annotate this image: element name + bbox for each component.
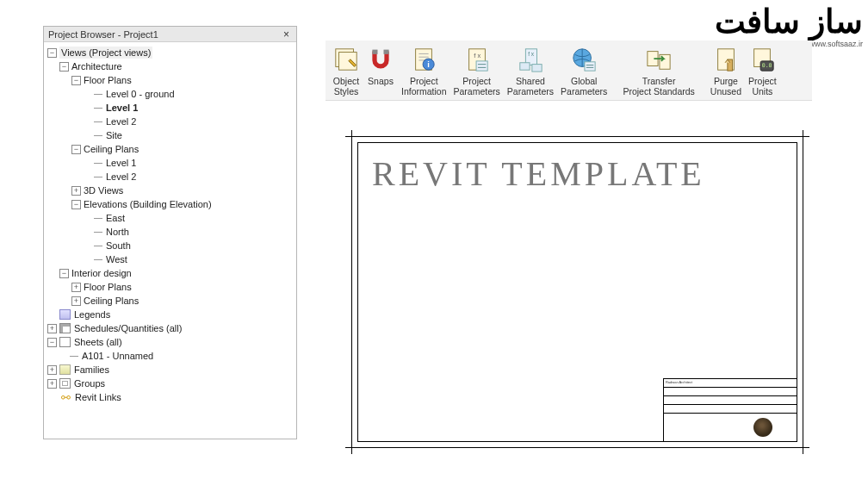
groups-icon — [59, 378, 71, 389]
global-parameters-icon — [570, 46, 598, 73]
ribbon-label-l2: Styles — [334, 86, 359, 96]
expander-icon[interactable]: + — [47, 324, 57, 333]
tree-east[interactable]: East — [46, 211, 294, 225]
title-block-row — [664, 396, 797, 405]
sheet-outer-border: Revit Template Radwan Architect — [351, 136, 803, 448]
svg-rect-13 — [476, 61, 487, 71]
expander-icon[interactable]: + — [71, 283, 81, 292]
ribbon-label-l1: Snaps — [368, 76, 394, 86]
expander-icon[interactable]: − — [59, 269, 69, 278]
project-parameters-button[interactable]: f x Project Parameters — [450, 44, 504, 98]
project-parameters-icon: f x — [463, 46, 491, 73]
title-block-row — [664, 388, 797, 396]
tree-revit-links[interactable]: ⚯ Revit Links — [46, 390, 294, 404]
settings-ribbon: Object Styles Snaps i Project Informatio… — [326, 40, 812, 101]
shared-parameters-icon: f x — [517, 46, 544, 73]
svg-text:i: i — [428, 60, 431, 69]
expander-icon[interactable]: + — [47, 379, 57, 389]
project-information-icon: i — [410, 46, 437, 73]
tree-north[interactable]: North — [46, 225, 294, 239]
ribbon-label-l1: Shared — [516, 76, 545, 86]
purge-unused-button[interactable]: Purge Unused — [707, 44, 745, 98]
leaf-icon — [94, 246, 102, 246]
project-information-button[interactable]: i Project Information — [398, 44, 450, 98]
tree-families[interactable]: + Families — [46, 363, 294, 377]
leaf-icon — [94, 135, 102, 136]
title-block-row: Radwan Architect — [664, 379, 797, 388]
project-browser-header[interactable]: Project Browser - Project1 × — [44, 27, 296, 42]
project-units-icon: 0.0 — [748, 46, 776, 73]
svg-rect-21 — [585, 62, 595, 71]
tree-elevations[interactable]: − Elevations (Building Elevation) — [46, 197, 294, 211]
tree-schedules[interactable]: + Schedules/Quantities (all) — [46, 321, 294, 335]
expander-icon[interactable]: − — [47, 48, 57, 58]
object-styles-button[interactable]: Object Styles — [329, 44, 363, 98]
ribbon-label-l1: Project — [748, 76, 777, 86]
ribbon-label-l2: Parameters — [507, 86, 554, 96]
tree-ceiling-plans[interactable]: − Ceiling Plans — [46, 142, 294, 156]
svg-text:0.0: 0.0 — [762, 62, 772, 69]
expander-icon[interactable]: − — [59, 62, 69, 72]
svg-rect-4 — [384, 50, 389, 54]
tree-level0[interactable]: Level 0 - ground — [46, 87, 294, 101]
leaf-icon — [94, 108, 102, 109]
ribbon-label-l1: Project — [462, 76, 491, 86]
ribbon-label-l2: Information — [401, 86, 447, 96]
svg-rect-3 — [372, 50, 377, 54]
ribbon-label-l2: Parameters — [454, 86, 500, 96]
title-block[interactable]: Radwan Architect — [663, 378, 797, 441]
project-browser-tree: − Views (Project views) − Architecture −… — [44, 42, 296, 439]
expander-icon[interactable]: + — [71, 296, 81, 306]
tree-interior[interactable]: − Interior design — [46, 266, 294, 280]
tree-sheets[interactable]: − Sheets (all) — [46, 335, 294, 349]
tree-cp-level2[interactable]: Level 2 — [46, 170, 294, 184]
sheet-title-text: Revit Template — [372, 153, 705, 194]
expander-icon[interactable]: + — [71, 186, 81, 196]
svg-text:f x: f x — [528, 51, 535, 57]
expander-icon[interactable]: − — [71, 145, 81, 154]
svg-rect-18 — [520, 63, 530, 70]
tree-int-ceiling[interactable]: + Ceiling Plans — [46, 294, 294, 308]
tree-views-root[interactable]: − Views (Project views) — [46, 46, 294, 59]
tree-site[interactable]: Site — [46, 128, 294, 142]
shared-parameters-button[interactable]: f x Shared Parameters — [504, 44, 557, 98]
expander-icon[interactable]: − — [71, 76, 81, 85]
ribbon-label-l1: Project — [410, 76, 438, 86]
leaf-icon — [94, 259, 102, 260]
sheet-view[interactable]: Revit Template Radwan Architect — [351, 136, 803, 448]
legends-icon — [59, 309, 71, 320]
expander-icon[interactable]: − — [71, 200, 81, 209]
tree-level1[interactable]: Level 1 — [46, 101, 294, 115]
tree-west[interactable]: West — [46, 252, 294, 266]
project-browser-title: Project Browser - Project1 — [48, 29, 158, 40]
ribbon-label-l2: Units — [752, 86, 772, 96]
sheets-icon — [59, 337, 71, 347]
tree-groups[interactable]: + Groups — [46, 377, 294, 390]
transfer-standards-button[interactable]: Transfer Project Standards — [619, 44, 698, 98]
expander-icon[interactable]: + — [47, 365, 57, 375]
snaps-button[interactable]: Snaps — [363, 44, 398, 98]
tree-floor-plans[interactable]: − Floor Plans — [46, 73, 294, 87]
tree-int-floor[interactable]: + Floor Plans — [46, 280, 294, 294]
expander-icon[interactable]: − — [47, 338, 57, 347]
tree-3d-views[interactable]: + 3D Views — [46, 184, 294, 197]
ribbon-label-l1: Purge — [714, 76, 738, 86]
object-styles-icon — [332, 46, 360, 73]
tree-cp-level1[interactable]: Level 1 — [46, 156, 294, 170]
tree-south[interactable]: South — [46, 239, 294, 252]
project-units-button[interactable]: 0.0 Project Units — [745, 44, 780, 98]
tree-legends[interactable]: Legends — [46, 308, 294, 321]
title-block-row — [664, 405, 797, 414]
leaf-icon — [70, 356, 78, 357]
tree-architecture[interactable]: − Architecture — [46, 59, 294, 73]
tree-level2-fp[interactable]: Level 2 — [46, 115, 294, 128]
ribbon-label-l2: Project Standards — [623, 86, 694, 96]
ribbon-label-l2: Unused — [710, 86, 741, 96]
leaf-icon — [94, 94, 102, 95]
leaf-icon — [94, 177, 102, 177]
close-icon[interactable]: × — [281, 28, 292, 40]
global-parameters-button[interactable]: Global Parameters — [557, 44, 611, 98]
svg-text:f x: f x — [474, 52, 480, 59]
ribbon-label-l1: Global — [571, 76, 597, 86]
tree-sheet-a101[interactable]: A101 - Unnamed — [46, 349, 294, 363]
